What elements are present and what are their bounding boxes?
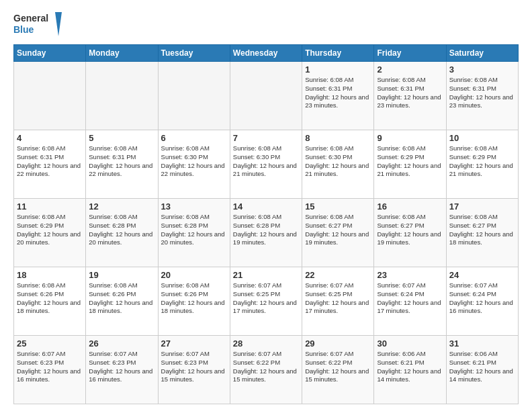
calendar-cell: 24Sunrise: 6:07 AMSunset: 6:24 PMDayligh… xyxy=(446,267,518,336)
day-number: 2 xyxy=(377,64,443,75)
day-detail: Sunrise: 6:06 AMSunset: 6:21 PMDaylight:… xyxy=(449,350,515,384)
day-number: 26 xyxy=(89,338,154,349)
day-number: 22 xyxy=(305,270,371,280)
calendar-cell: 19Sunrise: 6:08 AMSunset: 6:26 PMDayligh… xyxy=(86,267,158,336)
calendar-page: GeneralBlue SundayMondayTuesdayWednesday… xyxy=(0,0,532,411)
day-detail: Sunrise: 6:08 AMSunset: 6:27 PMDaylight:… xyxy=(377,213,443,247)
day-number: 20 xyxy=(161,270,227,280)
day-number: 1 xyxy=(305,64,371,75)
calendar-cell: 30Sunrise: 6:06 AMSunset: 6:21 PMDayligh… xyxy=(374,336,446,404)
day-header-sunday: Sunday xyxy=(14,45,86,62)
calendar-cell: 9Sunrise: 6:08 AMSunset: 6:29 PMDaylight… xyxy=(374,130,446,199)
day-number: 31 xyxy=(449,338,515,349)
day-header-saturday: Saturday xyxy=(446,45,518,62)
day-detail: Sunrise: 6:08 AMSunset: 6:31 PMDaylight:… xyxy=(377,76,443,110)
calendar-cell: 26Sunrise: 6:07 AMSunset: 6:23 PMDayligh… xyxy=(86,336,158,404)
day-detail: Sunrise: 6:08 AMSunset: 6:28 PMDaylight:… xyxy=(233,213,299,247)
day-number: 16 xyxy=(377,201,443,212)
calendar-cell: 5Sunrise: 6:08 AMSunset: 6:31 PMDaylight… xyxy=(86,130,158,199)
calendar-cell: 2Sunrise: 6:08 AMSunset: 6:31 PMDaylight… xyxy=(374,62,446,130)
day-detail: Sunrise: 6:08 AMSunset: 6:30 PMDaylight:… xyxy=(233,144,299,179)
svg-text:General: General xyxy=(13,13,48,24)
day-number: 21 xyxy=(233,270,299,280)
calendar-cell xyxy=(86,62,158,130)
day-number: 11 xyxy=(17,201,83,212)
calendar-cell: 16Sunrise: 6:08 AMSunset: 6:27 PMDayligh… xyxy=(374,199,446,267)
logo: GeneralBlue xyxy=(13,11,67,38)
day-detail: Sunrise: 6:06 AMSunset: 6:21 PMDaylight:… xyxy=(377,350,443,384)
day-detail: Sunrise: 6:07 AMSunset: 6:24 PMDaylight:… xyxy=(377,281,443,316)
day-number: 13 xyxy=(161,201,227,212)
calendar-cell: 6Sunrise: 6:08 AMSunset: 6:30 PMDaylight… xyxy=(158,130,230,199)
calendar-cell: 22Sunrise: 6:07 AMSunset: 6:25 PMDayligh… xyxy=(302,267,374,336)
day-header-tuesday: Tuesday xyxy=(158,45,230,62)
day-detail: Sunrise: 6:08 AMSunset: 6:31 PMDaylight:… xyxy=(17,144,83,179)
day-number: 5 xyxy=(89,133,154,143)
day-number: 10 xyxy=(449,133,515,143)
day-detail: Sunrise: 6:08 AMSunset: 6:30 PMDaylight:… xyxy=(305,144,371,179)
calendar-cell: 4Sunrise: 6:08 AMSunset: 6:31 PMDaylight… xyxy=(14,130,86,199)
day-header-wednesday: Wednesday xyxy=(230,45,302,62)
svg-marker-2 xyxy=(55,12,62,36)
svg-text:Blue: Blue xyxy=(13,24,34,35)
calendar-cell xyxy=(158,62,230,130)
calendar-cell: 29Sunrise: 6:07 AMSunset: 6:22 PMDayligh… xyxy=(302,336,374,404)
calendar-cell: 11Sunrise: 6:08 AMSunset: 6:29 PMDayligh… xyxy=(14,199,86,267)
day-detail: Sunrise: 6:07 AMSunset: 6:25 PMDaylight:… xyxy=(305,281,371,316)
day-number: 6 xyxy=(161,133,227,143)
calendar-cell: 1Sunrise: 6:08 AMSunset: 6:31 PMDaylight… xyxy=(302,62,374,130)
calendar-cell: 17Sunrise: 6:08 AMSunset: 6:27 PMDayligh… xyxy=(446,199,518,267)
day-number: 3 xyxy=(449,64,515,75)
day-number: 30 xyxy=(377,338,443,349)
calendar-cell: 27Sunrise: 6:07 AMSunset: 6:23 PMDayligh… xyxy=(158,336,230,404)
day-number: 23 xyxy=(377,270,443,280)
day-number: 4 xyxy=(17,133,83,143)
day-detail: Sunrise: 6:08 AMSunset: 6:29 PMDaylight:… xyxy=(377,144,443,179)
day-detail: Sunrise: 6:08 AMSunset: 6:26 PMDaylight:… xyxy=(161,281,227,316)
calendar-table: SundayMondayTuesdayWednesdayThursdayFrid… xyxy=(13,44,519,404)
calendar-cell: 10Sunrise: 6:08 AMSunset: 6:29 PMDayligh… xyxy=(446,130,518,199)
day-detail: Sunrise: 6:08 AMSunset: 6:29 PMDaylight:… xyxy=(449,144,515,179)
calendar-cell: 28Sunrise: 6:07 AMSunset: 6:22 PMDayligh… xyxy=(230,336,302,404)
day-number: 25 xyxy=(17,338,83,349)
calendar-cell: 15Sunrise: 6:08 AMSunset: 6:27 PMDayligh… xyxy=(302,199,374,267)
calendar-cell: 21Sunrise: 6:07 AMSunset: 6:25 PMDayligh… xyxy=(230,267,302,336)
day-number: 9 xyxy=(377,133,443,143)
calendar-cell: 31Sunrise: 6:06 AMSunset: 6:21 PMDayligh… xyxy=(446,336,518,404)
day-header-thursday: Thursday xyxy=(302,45,374,62)
day-number: 24 xyxy=(449,270,515,280)
calendar-week-4: 18Sunrise: 6:08 AMSunset: 6:26 PMDayligh… xyxy=(14,267,519,336)
day-detail: Sunrise: 6:08 AMSunset: 6:26 PMDaylight:… xyxy=(89,281,154,316)
day-detail: Sunrise: 6:08 AMSunset: 6:31 PMDaylight:… xyxy=(89,144,154,179)
calendar-cell xyxy=(14,62,86,130)
day-detail: Sunrise: 6:07 AMSunset: 6:24 PMDaylight:… xyxy=(449,281,515,316)
calendar-cell: 3Sunrise: 6:08 AMSunset: 6:31 PMDaylight… xyxy=(446,62,518,130)
calendar-header-row: SundayMondayTuesdayWednesdayThursdayFrid… xyxy=(14,45,519,62)
day-number: 18 xyxy=(17,270,83,280)
day-detail: Sunrise: 6:07 AMSunset: 6:23 PMDaylight:… xyxy=(89,350,154,384)
calendar-cell: 14Sunrise: 6:08 AMSunset: 6:28 PMDayligh… xyxy=(230,199,302,267)
day-detail: Sunrise: 6:08 AMSunset: 6:30 PMDaylight:… xyxy=(161,144,227,179)
day-detail: Sunrise: 6:07 AMSunset: 6:23 PMDaylight:… xyxy=(161,350,227,384)
calendar-week-2: 4Sunrise: 6:08 AMSunset: 6:31 PMDaylight… xyxy=(14,130,519,199)
day-detail: Sunrise: 6:07 AMSunset: 6:22 PMDaylight:… xyxy=(305,350,371,384)
calendar-cell: 12Sunrise: 6:08 AMSunset: 6:28 PMDayligh… xyxy=(86,199,158,267)
day-detail: Sunrise: 6:08 AMSunset: 6:31 PMDaylight:… xyxy=(305,76,371,110)
day-detail: Sunrise: 6:07 AMSunset: 6:23 PMDaylight:… xyxy=(17,350,83,384)
day-number: 7 xyxy=(233,133,299,143)
day-number: 28 xyxy=(233,338,299,349)
day-detail: Sunrise: 6:07 AMSunset: 6:22 PMDaylight:… xyxy=(233,350,299,384)
calendar-week-3: 11Sunrise: 6:08 AMSunset: 6:29 PMDayligh… xyxy=(14,199,519,267)
day-detail: Sunrise: 6:07 AMSunset: 6:25 PMDaylight:… xyxy=(233,281,299,316)
day-number: 29 xyxy=(305,338,371,349)
calendar-cell: 8Sunrise: 6:08 AMSunset: 6:30 PMDaylight… xyxy=(302,130,374,199)
calendar-cell: 25Sunrise: 6:07 AMSunset: 6:23 PMDayligh… xyxy=(14,336,86,404)
day-detail: Sunrise: 6:08 AMSunset: 6:28 PMDaylight:… xyxy=(89,213,154,247)
day-detail: Sunrise: 6:08 AMSunset: 6:29 PMDaylight:… xyxy=(17,213,83,247)
day-header-friday: Friday xyxy=(374,45,446,62)
day-number: 8 xyxy=(305,133,371,143)
logo-svg: GeneralBlue xyxy=(13,11,67,38)
day-header-monday: Monday xyxy=(86,45,158,62)
day-number: 19 xyxy=(89,270,154,280)
calendar-cell: 7Sunrise: 6:08 AMSunset: 6:30 PMDaylight… xyxy=(230,130,302,199)
